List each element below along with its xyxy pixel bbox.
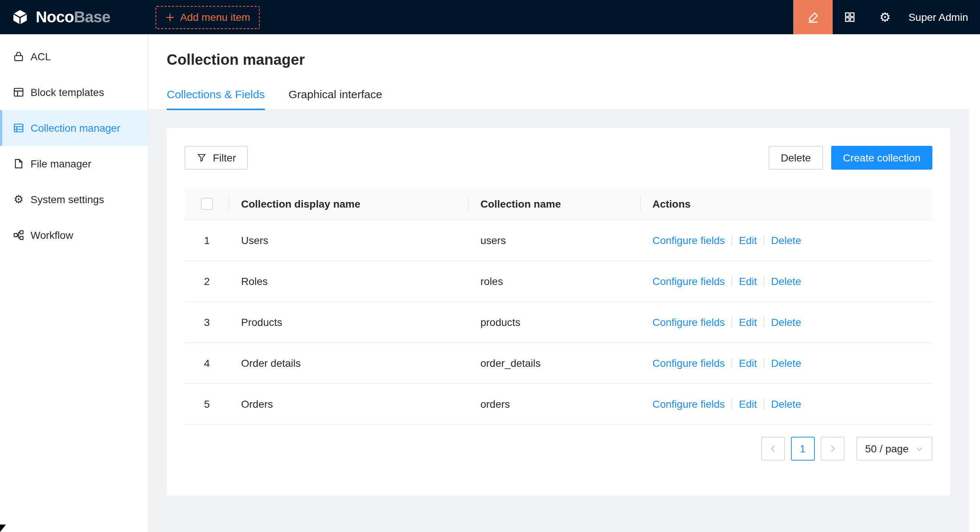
table-header-row: Collection display name Collection name … — [185, 187, 932, 220]
row-index: 3 — [185, 316, 229, 328]
plugins-button[interactable] — [833, 0, 868, 34]
divider — [732, 317, 732, 327]
settings-sidebar: ACL Block templates Coll — [0, 34, 149, 532]
logo-text-primary: Noco — [36, 8, 74, 25]
settings-button[interactable]: ⚙ — [868, 0, 903, 34]
table-row: 3 Products products Configure fields Edi… — [185, 302, 932, 343]
workflow-icon — [13, 229, 25, 241]
delete-link[interactable]: Delete — [771, 357, 801, 369]
configure-fields-link[interactable]: Configure fields — [652, 316, 725, 328]
chevron-right-icon — [828, 444, 837, 453]
edit-link[interactable]: Edit — [739, 398, 757, 410]
delete-label: Delete — [781, 152, 811, 164]
edit-link[interactable]: Edit — [739, 275, 757, 287]
delete-link[interactable]: Delete — [771, 398, 801, 410]
delete-link[interactable]: Delete — [771, 234, 801, 246]
delete-link[interactable]: Delete — [771, 275, 801, 287]
create-collection-label: Create collection — [843, 152, 921, 164]
create-collection-button[interactable]: Create collection — [831, 146, 932, 170]
card-toolbar: Filter Delete Create collection — [185, 146, 932, 170]
filter-button[interactable]: Filter — [185, 146, 248, 170]
delete-link[interactable]: Delete — [771, 316, 801, 328]
select-all-checkbox[interactable] — [201, 197, 213, 210]
sidebar-item-label: System settings — [30, 194, 104, 205]
top-header: NocoBase Add menu item — [0, 0, 980, 34]
sidebar-item-label: Block templates — [30, 86, 104, 98]
header-actions: ⚙ Super Admin — [793, 0, 980, 34]
sidebar-item-collection-manager[interactable]: Collection manager — [0, 110, 148, 146]
divider — [764, 276, 764, 286]
configure-fields-link[interactable]: Configure fields — [652, 357, 725, 369]
sidebar-item-workflow[interactable]: Workflow — [0, 217, 148, 253]
table-icon — [13, 122, 25, 134]
cell-name: roles — [468, 275, 640, 287]
cube-logo-icon — [10, 8, 30, 27]
divider — [764, 399, 764, 409]
cell-name: orders — [468, 398, 640, 410]
filter-label: Filter — [213, 152, 236, 164]
tab-graphical-interface[interactable]: Graphical interface — [288, 80, 382, 110]
cell-actions: Configure fields Edit Delete — [640, 316, 932, 328]
configure-fields-link[interactable]: Configure fields — [652, 398, 725, 410]
page-1-button[interactable]: 1 — [791, 437, 815, 461]
page-size-select[interactable]: 50 / page — [856, 437, 932, 461]
add-menu-item-button[interactable]: Add menu item — [156, 6, 260, 29]
column-header-actions: Actions — [640, 187, 932, 219]
cell-name: order_details — [468, 357, 640, 369]
table-header-select — [185, 187, 229, 219]
cell-actions: Configure fields Edit Delete — [640, 357, 932, 369]
collections-table: Collection display name Collection name … — [185, 187, 932, 425]
next-page-button[interactable] — [820, 437, 844, 461]
ui-editor-toggle-button[interactable] — [793, 0, 833, 34]
divider — [732, 235, 732, 246]
tab-bar: Collections & Fields Graphical interface — [149, 80, 980, 110]
sidebar-item-acl[interactable]: ACL — [0, 39, 148, 75]
main-area: Collection manager Collections & Fields … — [149, 34, 980, 532]
cell-display-name: Users — [229, 234, 468, 246]
user-menu[interactable]: Super Admin — [903, 11, 980, 23]
cell-actions: Configure fields Edit Delete — [640, 234, 932, 246]
row-index: 4 — [185, 357, 229, 369]
layout-icon — [13, 86, 25, 98]
page-title: Collection manager — [167, 49, 962, 70]
edit-link[interactable]: Edit — [739, 316, 757, 328]
sidebar-item-block-templates[interactable]: Block templates — [0, 75, 148, 110]
previous-page-button[interactable] — [761, 437, 785, 461]
gear-icon: ⚙ — [13, 194, 25, 205]
add-menu-item-label: Add menu item — [180, 11, 250, 23]
sidebar-item-label: Workflow — [30, 229, 73, 241]
nocobase-logo[interactable]: NocoBase — [0, 8, 149, 27]
pagination: 1 50 / page — [185, 437, 932, 461]
sidebar-item-system-settings[interactable]: ⚙ System settings — [0, 181, 148, 217]
divider — [732, 399, 732, 409]
table-row: 1 Users users Configure fields Edit Dele… — [185, 220, 932, 261]
configure-fields-link[interactable]: Configure fields — [652, 275, 725, 287]
grid-apps-icon — [844, 11, 856, 23]
table-row: 2 Roles roles Configure fields Edit Dele… — [185, 261, 932, 302]
configure-fields-link[interactable]: Configure fields — [652, 234, 725, 246]
cell-actions: Configure fields Edit Delete — [640, 275, 932, 287]
divider — [764, 235, 764, 246]
page-header: Collection manager Collections & Fields … — [149, 34, 980, 110]
logo-text-secondary: Base — [74, 8, 110, 25]
filter-icon — [196, 152, 207, 163]
cell-name: products — [468, 316, 640, 328]
delete-button[interactable]: Delete — [769, 146, 823, 170]
gear-icon: ⚙ — [879, 11, 891, 24]
table-row: 5 Orders orders Configure fields Edit De… — [185, 384, 932, 425]
edit-link[interactable]: Edit — [739, 234, 757, 246]
sidebar-item-label: ACL — [30, 51, 51, 62]
tab-collections-fields[interactable]: Collections & Fields — [167, 80, 264, 110]
highlighter-icon — [807, 11, 819, 24]
cell-display-name: Products — [229, 316, 468, 328]
row-index: 5 — [185, 398, 229, 410]
sidebar-item-label: Collection manager — [30, 122, 120, 134]
cell-display-name: Order details — [229, 357, 468, 369]
row-index: 2 — [185, 275, 229, 287]
plus-icon — [165, 12, 175, 22]
logo-text: NocoBase — [36, 8, 110, 26]
column-header-name: Collection name — [468, 187, 640, 219]
edit-link[interactable]: Edit — [739, 357, 757, 369]
scrollbar[interactable] — [969, 34, 980, 532]
sidebar-item-file-manager[interactable]: File manager — [0, 146, 148, 181]
